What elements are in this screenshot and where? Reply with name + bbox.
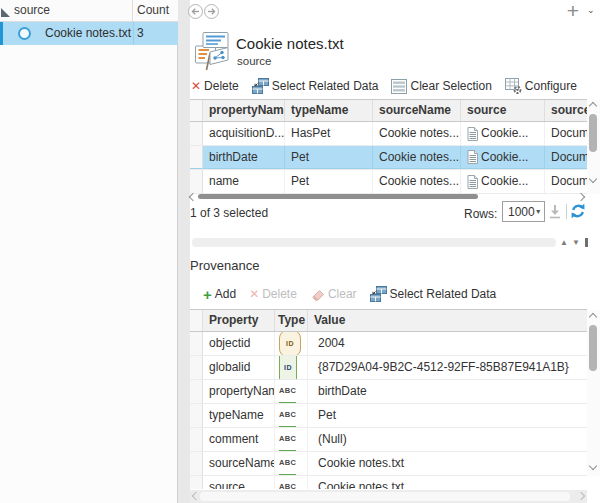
provenance-row[interactable]: typeName ABC Pet (190, 404, 587, 428)
row-selector[interactable] (190, 146, 203, 169)
cell-propertyName: birthDate (203, 146, 285, 169)
col-typeName[interactable]: typeName (285, 100, 373, 121)
related-tables-icon (370, 286, 387, 302)
rows-label: Rows: (464, 207, 497, 221)
cell-type: ABC (275, 428, 308, 451)
cell-source-text: Cookie... (481, 170, 528, 193)
table-row-selected[interactable]: birthDate Pet Cookie notes... Cookie... … (190, 146, 587, 170)
cell-source: Cookie... (461, 146, 545, 169)
row-selector[interactable] (190, 356, 203, 379)
table-corner-options-icon[interactable] (1, 8, 10, 17)
add-new-button[interactable]: + (564, 0, 582, 22)
source-list-row-selected[interactable]: Cookie notes.txt 3 (0, 22, 178, 45)
scroll-down-icon[interactable] (589, 462, 597, 470)
cell-value: Cookie notes.txt (308, 452, 587, 475)
string-type-icon: ABC (279, 428, 296, 451)
row-selector[interactable] (190, 170, 203, 193)
provenance-row[interactable]: propertyName ABC birthDate (190, 380, 587, 404)
provenance-row[interactable]: comment ABC (Null) (190, 428, 587, 452)
scroll-down-icon[interactable] (589, 175, 597, 183)
row-selector[interactable] (190, 380, 203, 403)
page-subtitle: source (237, 55, 272, 67)
col-value[interactable]: Value (308, 310, 587, 331)
row-selector-header[interactable] (190, 100, 203, 121)
table-row[interactable]: name Pet Cookie notes... Cookie... Docum (190, 170, 587, 194)
row-selector[interactable] (190, 122, 203, 145)
splitter-grip[interactable] (585, 238, 588, 247)
download-icon (548, 204, 562, 219)
provenance-row[interactable]: objectid ID 2004 (190, 332, 587, 356)
select-related-data-label: Select Related Data (272, 79, 379, 93)
provenance-table: Property Type Value objectid ID 2004 glo… (190, 309, 587, 489)
string-type-icon: ABC (279, 404, 296, 427)
col-property[interactable]: Property (203, 310, 275, 331)
row-selector[interactable] (190, 452, 203, 475)
provenance-row-clipped[interactable]: source ABC Cookie notes.txt (190, 476, 587, 489)
column-header-source[interactable]: source (0, 0, 133, 21)
row-selector-header[interactable] (190, 310, 203, 331)
col-sourceName[interactable]: sourceName (373, 100, 461, 121)
app-window: source Count Cookie notes.txt 3 + ⌄ (0, 0, 600, 503)
clear-label: Clear (328, 287, 357, 301)
add-button[interactable]: + Add (203, 286, 236, 303)
cell-typeName: Pet (285, 170, 373, 193)
rows-count-dropdown[interactable]: 1000 ▼ (502, 201, 545, 222)
cell-propertyName: acquisitionD... (203, 122, 285, 145)
arrow-left-icon (190, 6, 201, 17)
select-related-data-button[interactable]: Select Related Data (252, 78, 379, 94)
cell-type: ABC (275, 452, 308, 475)
attribute-table: propertyName typeName sourceName source … (190, 99, 587, 194)
col-type[interactable]: Type (275, 310, 308, 331)
splitter-collapse-down-icon[interactable]: ▼ (572, 238, 580, 247)
arrow-right-icon (206, 6, 217, 17)
row-selector[interactable] (190, 476, 203, 489)
configure-button[interactable]: Configure (505, 78, 577, 94)
cell-type: ID (275, 332, 308, 355)
provenance-row[interactable]: sourceName ABC Cookie notes.txt (190, 452, 587, 476)
splitter-collapse-up-icon[interactable]: ▲ (560, 238, 568, 247)
export-button[interactable] (548, 204, 562, 223)
scrollbar-thumb[interactable] (589, 114, 597, 152)
horizontal-scrollbar[interactable] (190, 490, 587, 503)
scroll-up-icon[interactable] (589, 313, 597, 321)
cell-property: propertyName (203, 380, 275, 403)
cell-value: 2004 (308, 332, 587, 355)
col-source[interactable]: source (461, 100, 545, 121)
cell-typeName: Pet (285, 146, 373, 169)
selection-status: 1 of 3 selected (190, 206, 268, 220)
clear-selection-button[interactable]: Clear Selection (391, 79, 491, 94)
scrollbar-thumb[interactable] (589, 325, 597, 371)
cell-property: comment (203, 428, 275, 451)
scroll-right-icon[interactable] (577, 492, 585, 500)
vertical-scrollbar[interactable] (587, 100, 600, 194)
provenance-row[interactable]: globalid ID {87D29A04-9B2C-4512-92FF-85B… (190, 356, 587, 380)
cell-propertyName: name (203, 170, 285, 193)
horizontal-scrollbar-thumb[interactable] (200, 492, 570, 501)
horizontal-scrollbar-thumb[interactable] (198, 194, 478, 199)
cell-type: ID (275, 356, 308, 379)
vertical-scrollbar[interactable] (587, 310, 600, 476)
cell-value: (Null) (308, 428, 587, 451)
delete-button[interactable]: ✕ Delete (191, 79, 239, 93)
select-related-data-button[interactable]: Select Related Data (370, 286, 497, 302)
forward-button[interactable] (204, 4, 219, 19)
column-header-count[interactable]: Count (133, 0, 178, 21)
table-row[interactable]: acquisitionD... HasPet Cookie notes... C… (190, 122, 587, 146)
row-selector[interactable] (190, 332, 203, 355)
add-menu-chevron-icon[interactable]: ⌄ (587, 5, 595, 15)
back-button[interactable] (188, 4, 203, 19)
clear-selection-label: Clear Selection (410, 79, 491, 93)
source-list-panel: source Count Cookie notes.txt 3 (0, 0, 178, 503)
refresh-button[interactable] (570, 203, 586, 223)
globalid-type-icon: ID (279, 356, 297, 379)
row-selector[interactable] (190, 404, 203, 427)
scroll-up-icon[interactable] (589, 102, 597, 110)
delete-button-disabled[interactable]: ✕ Delete (249, 287, 297, 301)
row-selector[interactable] (190, 428, 203, 451)
col-propertyName[interactable]: propertyName (203, 100, 285, 121)
clear-button-disabled[interactable]: Clear (310, 287, 357, 301)
col-source-2[interactable]: source (545, 100, 587, 121)
cell-value: Pet (308, 404, 587, 427)
panel-splitter[interactable] (192, 238, 556, 247)
scroll-left-icon[interactable] (192, 492, 200, 500)
